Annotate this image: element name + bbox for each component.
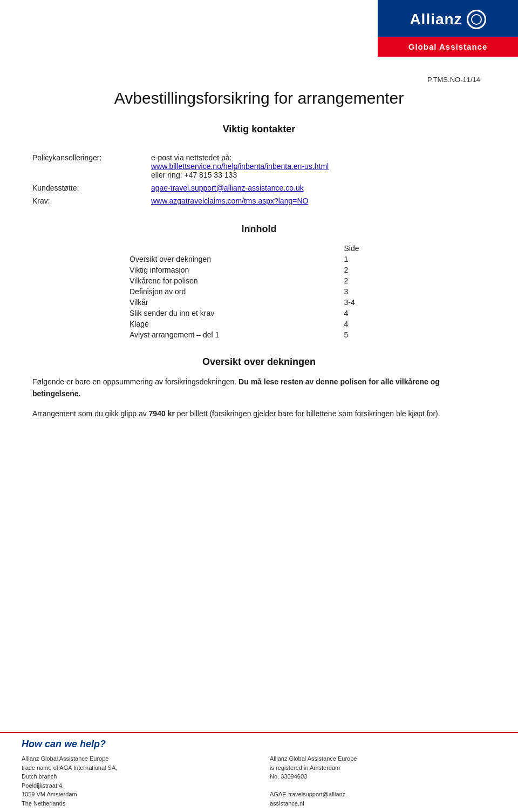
oversikt-para2-prefix: Arrangement som du gikk glipp av (32, 409, 149, 418)
oversikt-para1-text: Følgende er bare en oppsummering av fors… (32, 377, 236, 386)
toc-page-8: 5 (339, 329, 394, 340)
footer-col2: Allianz Global Assistance Europe is regi… (270, 754, 496, 808)
oversikt-para1: Følgende er bare en oppsummering av fors… (32, 376, 486, 400)
contact-label-policy: Policykanselleringer: (32, 151, 151, 181)
contact-policy-line3: eller ring: +47 815 33 133 (151, 171, 237, 179)
toc-item-6: Slik sender du inn et krav 4 (124, 308, 394, 319)
oversikt-heading: Oversikt over dekningen (32, 356, 486, 368)
contact-value-krav: www.azgatravelclaims.com/tms.aspx?lang=N… (151, 194, 486, 207)
doc-title: Avbestillingsforsikring for arrangemente… (32, 89, 486, 107)
toc-label-8: Avlyst arrangement – del 1 (124, 329, 339, 340)
contact-support-link[interactable]: agae-travel.support@allianz-assistance.c… (151, 184, 304, 192)
contact-row-krav: Krav: www.azgatravelclaims.com/tms.aspx?… (32, 194, 486, 207)
contact-row-policy: Policykanselleringer: e-post via nettste… (32, 151, 486, 181)
footer-how-label: How can we help? (22, 739, 496, 750)
toc-label-5: Vilkår (124, 297, 339, 308)
toc-table: Side Oversikt over dekningen 1 Viktig in… (124, 243, 394, 340)
toc-page-1: 1 (339, 254, 394, 265)
toc-label-4: Definisjon av ord (124, 286, 339, 297)
logo-circle-inner-icon (471, 14, 482, 25)
footer-col1-line3: Dutch branch (22, 773, 57, 780)
logo-blue-bg: Allianz (378, 0, 518, 37)
contact-row-support: Kundesstøtte: agae-travel.support@allian… (32, 181, 486, 194)
logo-tagline: Global Assistance (408, 42, 488, 51)
toc-page-6: 4 (339, 308, 394, 319)
toc-item-1: Oversikt over dekningen 1 (124, 254, 394, 265)
toc-label-2: Viktig informasjon (124, 265, 339, 275)
oversikt-para2-suffix: per billett (forsikringen gjelder bare f… (175, 409, 440, 418)
toc-item-4: Definisjon av ord 3 (124, 286, 394, 297)
logo-circle-icon (467, 10, 486, 29)
logo-red-bg: Global Assistance (378, 37, 518, 57)
contact-value-support: agae-travel.support@allianz-assistance.c… (151, 181, 486, 194)
footer-col2-line2: is registered in Amsterdam (270, 764, 340, 771)
footer-col1-line1: Allianz Global Assistance Europe (22, 755, 108, 762)
footer: How can we help? Allianz Global Assistan… (0, 732, 518, 812)
footer-col2-line1: Allianz Global Assistance Europe (270, 755, 357, 762)
doc-ref-text: P.TMS.NO-11/14 (427, 76, 480, 84)
toc-item-3: Vilkårene for polisen 2 (124, 275, 394, 286)
contact-policy-link[interactable]: www.billettservice.no/help/inbenta/inben… (151, 162, 329, 171)
toc-label-6: Slik sender du inn et krav (124, 308, 339, 319)
contact-label-support: Kundesstøtte: (32, 181, 151, 194)
footer-columns: Allianz Global Assistance Europe trade n… (22, 754, 496, 808)
contact-krav-link[interactable]: www.azgatravelclaims.com/tms.aspx?lang=N… (151, 197, 308, 205)
contact-label-krav: Krav: (32, 194, 151, 207)
contact-value-policy: e-post via nettstedet på: www.billettser… (151, 151, 486, 181)
footer-col1: Allianz Global Assistance Europe trade n… (22, 754, 248, 808)
logo-area: Allianz Global Assistance (378, 0, 518, 57)
toc-section: Innhold Side Oversikt over dekningen 1 V… (124, 224, 394, 340)
footer-col2-line6: assistance.nl (270, 800, 304, 807)
oversikt-para2: Arrangement som du gikk glipp av 7940 kr… (32, 408, 486, 419)
main-content: P.TMS.NO-11/14 Avbestillingsforsikring f… (0, 0, 518, 438)
toc-title: Innhold (124, 224, 394, 235)
oversikt-para2-bold: 7940 kr (149, 409, 175, 418)
toc-item-5: Vilkår 3-4 (124, 297, 394, 308)
toc-item-8: Avlyst arrangement – del 1 5 (124, 329, 394, 340)
contact-table: Policykanselleringer: e-post via nettste… (32, 151, 486, 207)
footer-col2-line5: AGAE-travelsupport@allianz- (270, 791, 347, 797)
toc-label-1: Oversikt over dekningen (124, 254, 339, 265)
allianz-name: Allianz (410, 11, 462, 28)
toc-side-header: Side (339, 243, 394, 254)
toc-item-7: Klage 4 (124, 319, 394, 329)
toc-page-5: 3-4 (339, 297, 394, 308)
toc-label-3: Vilkårene for polisen (124, 275, 339, 286)
section-contact-heading: Viktig kontakter (32, 124, 486, 135)
toc-page-7: 4 (339, 319, 394, 329)
toc-header-row: Side (124, 243, 394, 254)
toc-label-7: Klage (124, 319, 339, 329)
footer-col1-line5: 1059 VM Amsterdam (22, 791, 77, 797)
contact-policy-line1: e-post via nettstedet på: (151, 153, 231, 162)
toc-header-empty (124, 243, 339, 254)
footer-col2-line3: No. 33094603 (270, 773, 307, 780)
toc-item-2: Viktig informasjon 2 (124, 265, 394, 275)
toc-page-2: 2 (339, 265, 394, 275)
toc-page-3: 2 (339, 275, 394, 286)
allianz-logo: Allianz (388, 10, 507, 29)
footer-col1-line6: The Netherlands (22, 800, 65, 807)
toc-page-4: 3 (339, 286, 394, 297)
footer-col1-line4: Poeldijkstraat 4 (22, 782, 62, 789)
footer-col1-line2: trade name of AGA International SA, (22, 764, 117, 771)
